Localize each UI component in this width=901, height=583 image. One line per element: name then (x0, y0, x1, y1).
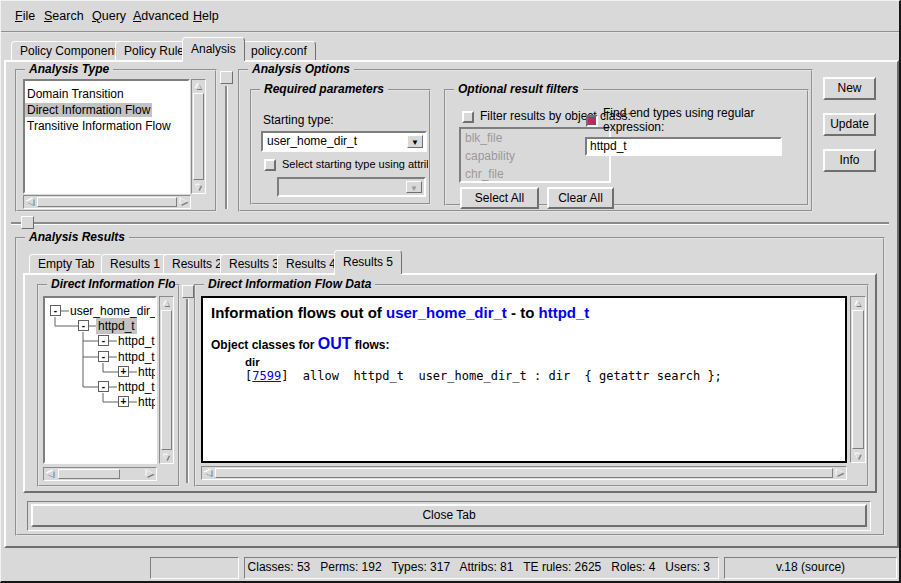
analysis-type-hscrollbar[interactable]: ◀ ▶ (23, 195, 191, 209)
tree-expander[interactable]: + (118, 396, 129, 407)
apol-window: File Search Query Advanced Help Policy C… (0, 0, 901, 583)
flow-data-hscrollbar[interactable]: ◀ ▶ (201, 466, 847, 480)
results-tab-5[interactable]: Results 5 (334, 250, 402, 274)
menu-help[interactable]: Help (193, 9, 219, 23)
tree-node-label[interactable]: httpd_t (116, 333, 157, 349)
tab-policy-conf[interactable]: policy.conf (242, 41, 316, 60)
tree-node-label[interactable]: httpd_t (136, 364, 157, 380)
te-rule-line: [7599] allow httpd_t user_home_dir_t : d… (245, 369, 845, 383)
flow-heading: Information flows out of user_home_dir_t… (211, 304, 845, 321)
tree-node-label-selected[interactable]: httpd_t (96, 318, 137, 334)
object-classes-line: Object classes for OUT flows: (211, 335, 845, 353)
tree-node-label[interactable]: httpd_tmpfs_t (116, 379, 157, 395)
status-version: v.18 (source) (724, 557, 897, 579)
flow-source-type: user_home_dir_t (386, 304, 507, 321)
regex-entry-value: httpd_t (590, 139, 627, 153)
tree-expander[interactable]: - (50, 305, 61, 316)
list-item-disabled: chr_file (461, 165, 609, 183)
scroll-left-icon[interactable]: ◀ (44, 468, 56, 480)
starting-type-label: Starting type: (263, 113, 334, 127)
scroll-up-icon[interactable]: ▲ (160, 297, 173, 309)
flow-tree-hscrollbar[interactable]: ◀ ▶ (43, 467, 157, 481)
menu-search[interactable]: Search (44, 9, 84, 23)
scroll-up-icon[interactable]: ▲ (192, 80, 205, 92)
tree-node-label[interactable]: httpd_tmp_t (116, 349, 157, 365)
rule-text: ] allow httpd_t user_home_dir_t : dir { … (281, 369, 722, 383)
scroll-right-icon[interactable]: ▶ (178, 196, 190, 208)
results-sash-line[interactable] (11, 222, 889, 224)
scroll-up-icon[interactable]: ▲ (851, 297, 865, 309)
flow-tree[interactable]: - user_home_dir_t - httpd_t - httpd_t - … (43, 296, 157, 464)
attrib-checkbox-label[interactable]: Select starting type using attrib: (282, 158, 428, 170)
close-tab-button[interactable]: Close Tab (31, 504, 867, 527)
close-tab-frame: Close Tab (27, 501, 871, 531)
scroll-left-icon[interactable]: ◀ (202, 467, 214, 479)
flow-heading-prefix: Information flows out of (211, 304, 386, 321)
menu-bar: File Search Query Advanced Help (1, 1, 899, 33)
scroll-left-icon[interactable]: ◀ (24, 196, 36, 208)
regex-checkbox[interactable] (586, 115, 598, 127)
results-tab-1[interactable]: Results 1 (101, 254, 169, 273)
status-stats: Classes: 53 Perms: 192 Types: 317 Attrib… (244, 557, 719, 579)
menu-query[interactable]: Query (92, 9, 126, 23)
results-tab-empty[interactable]: Empty Tab (29, 254, 103, 273)
list-item-selected[interactable]: Direct Information Flow (25, 103, 152, 117)
flow-data-vscrollbar[interactable]: ▲ ▼ (850, 296, 866, 463)
object-classes-prefix: Object classes for (211, 338, 318, 352)
flow-data-textarea[interactable]: Information flows out of user_home_dir_t… (201, 296, 847, 463)
flow-data-title: Direct Information Flow Data (204, 277, 375, 291)
scroll-right-icon[interactable]: ▶ (144, 468, 156, 480)
tree-expander[interactable]: - (98, 335, 109, 346)
pane-sash-handle[interactable] (220, 71, 233, 84)
scroll-down-icon[interactable]: ▼ (851, 450, 865, 462)
update-button[interactable]: Update (823, 113, 876, 136)
object-classes-suffix: flows: (352, 338, 390, 352)
tree-expander[interactable]: + (118, 366, 129, 377)
info-button[interactable]: Info (823, 149, 876, 172)
object-class-checkbox[interactable] (462, 111, 474, 123)
scroll-right-icon[interactable]: ▶ (834, 467, 846, 479)
menu-advanced[interactable]: Advanced (133, 9, 189, 23)
object-class-name: dir (245, 356, 845, 368)
tree-node-label[interactable]: user_home_dir_t (68, 303, 157, 319)
flow-heading-mid: - to (507, 304, 539, 321)
flow-tree-title: Direct Information Flow Tree (47, 277, 175, 291)
pane-sash-line[interactable] (225, 86, 227, 209)
select-all-button[interactable]: Select All (460, 187, 539, 209)
clear-all-button[interactable]: Clear All (547, 187, 614, 209)
analysis-type-listbox[interactable]: Domain Transition Direct Information Flo… (23, 79, 190, 194)
tree-expander[interactable]: - (98, 351, 109, 362)
combobox-arrow-icon[interactable]: ▼ (407, 135, 423, 148)
regex-checkbox-label[interactable]: Find end types using regular expression: (603, 106, 789, 134)
flow-target-type: httpd_t (539, 304, 590, 321)
scroll-down-icon[interactable]: ▼ (192, 181, 205, 193)
tree-expander[interactable]: - (98, 381, 109, 392)
analysis-results-title: Analysis Results (25, 230, 129, 244)
tab-analysis[interactable]: Analysis (182, 37, 245, 61)
required-parameters-title: Required parameters (260, 82, 388, 96)
flow-direction-label: OUT (318, 335, 352, 352)
tree-expander[interactable]: - (78, 320, 89, 331)
rule-id-link[interactable]: 7599 (252, 369, 281, 383)
regex-entry[interactable]: httpd_t (585, 137, 782, 156)
results-sash-handle[interactable] (21, 216, 34, 229)
tree-data-sash-handle[interactable] (182, 285, 194, 298)
analysis-type-vscrollbar[interactable]: ▲ ▼ (191, 79, 206, 194)
new-button[interactable]: New (823, 77, 876, 100)
tree-node-label[interactable]: httpd_t (136, 394, 157, 410)
starting-type-value: user_home_dir_t (267, 134, 357, 148)
flow-tree-vscrollbar[interactable]: ▲ ▼ (159, 296, 174, 464)
starting-type-combobox[interactable]: user_home_dir_t ▼ (261, 131, 427, 152)
tree-data-sash-line[interactable] (186, 299, 188, 483)
analysis-options-title: Analysis Options (248, 62, 354, 76)
analysis-type-title: Analysis Type (25, 62, 113, 76)
optional-filters-title: Optional result filters (454, 82, 583, 96)
attrib-combobox-disabled: ▼ (277, 177, 426, 197)
status-empty-panel (150, 557, 239, 579)
scroll-down-icon[interactable]: ▼ (160, 451, 173, 463)
list-item[interactable]: Domain Transition (25, 87, 126, 101)
list-item[interactable]: Transitive Information Flow (25, 119, 173, 133)
attrib-checkbox[interactable] (264, 159, 276, 171)
menu-file[interactable]: File (15, 9, 35, 23)
combobox-arrow-icon: ▼ (406, 181, 422, 193)
